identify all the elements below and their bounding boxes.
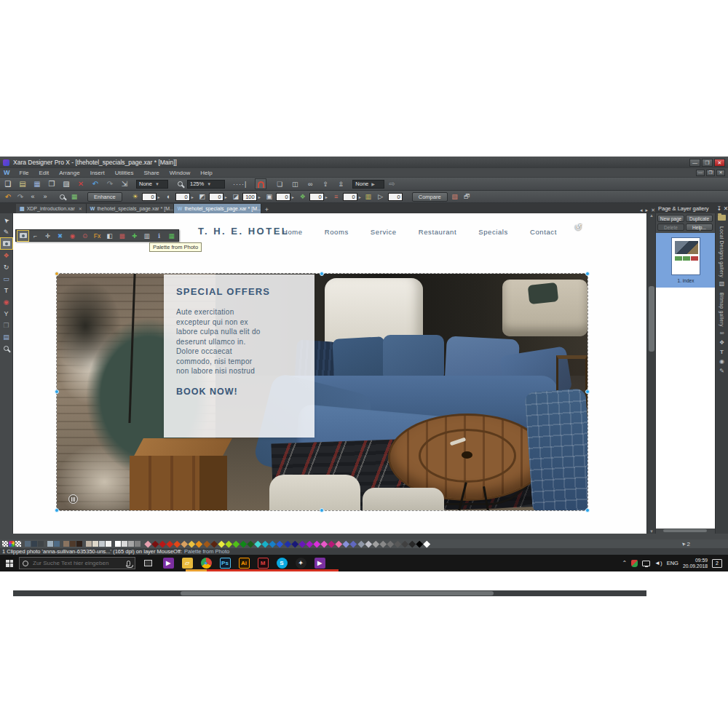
zoom-tool[interactable] (1, 343, 12, 354)
color-swatch[interactable] (189, 540, 195, 547)
fonts-gallery-icon[interactable]: T (720, 349, 724, 358)
color-swatch[interactable] (262, 540, 269, 547)
color-swatch[interactable] (424, 540, 430, 547)
book-now-link[interactable]: BOOK NOW! (176, 387, 314, 397)
doc-close-button[interactable]: ✕ (716, 170, 725, 176)
contrast-value-field[interactable]: 0 (175, 193, 190, 201)
start-button[interactable] (0, 555, 19, 571)
panel-close-icon[interactable]: ✕ (724, 205, 728, 212)
color-swatch[interactable] (70, 541, 76, 547)
redo-icon[interactable]: ↷ (105, 179, 115, 189)
color-swatch[interactable] (128, 541, 134, 547)
close-button[interactable]: ✕ (714, 159, 725, 167)
nav-rooms[interactable]: Rooms (325, 228, 349, 236)
volume-icon[interactable]: ◄) (654, 560, 662, 566)
panel-scroll-thumb[interactable] (663, 529, 707, 532)
canvas[interactable]: T. H. E. HOTEL HomeRoomsServiceRestauran… (13, 213, 646, 534)
nav-restaurant[interactable]: Restaurant (419, 228, 456, 236)
color-swatch[interactable] (210, 540, 217, 547)
duplicate-button[interactable]: Duplicate (686, 215, 713, 222)
clipart-gallery-icon[interactable]: ✎ (719, 368, 724, 377)
text-tool[interactable]: T (1, 285, 12, 296)
zoom-level-dropdown[interactable]: 125%▼ (187, 180, 225, 189)
highlights-spinner-icon[interactable]: ▸ (258, 194, 261, 199)
selection-handle[interactable] (585, 508, 590, 513)
clock[interactable]: 09:59 20.09.2018 (683, 558, 708, 569)
blur-value-field[interactable]: 0 (388, 193, 403, 201)
undo-icon[interactable]: ↶ (90, 179, 100, 189)
shadows-value-field[interactable]: 0 (209, 193, 223, 201)
vertical-scroll-thumb[interactable] (649, 286, 654, 352)
task-view-button[interactable] (140, 555, 156, 571)
save-icon[interactable]: ▦ (32, 179, 42, 189)
color-swatch[interactable] (99, 541, 105, 547)
nav-specials[interactable]: Specials (478, 228, 508, 236)
title-bar[interactable]: Xara Designer Pro X - [thehotel_specials… (0, 157, 728, 168)
color-swatch[interactable] (306, 540, 313, 547)
color-swatch[interactable] (277, 540, 283, 547)
delete-icon[interactable]: ✕ (76, 179, 86, 189)
color-swatch[interactable] (54, 541, 60, 547)
restore-button[interactable]: ❐ (702, 159, 713, 167)
network-icon[interactable] (642, 561, 650, 566)
temperature-spinner-icon[interactable]: ▸ (359, 194, 361, 199)
menu-window[interactable]: Window (165, 170, 195, 176)
color-swatch[interactable] (255, 540, 261, 547)
selection-handle[interactable] (320, 508, 324, 513)
color-swatch[interactable] (321, 540, 328, 547)
color-swatch[interactable] (181, 540, 188, 547)
page-selected-row[interactable]: 1. index (656, 233, 716, 288)
new-tab-button[interactable]: + (261, 206, 272, 213)
brightness-spinner-icon[interactable]: ▸ (158, 194, 160, 199)
color-swatch[interactable] (47, 541, 53, 547)
photo-tool[interactable] (17, 231, 28, 241)
red-eye-tool[interactable]: ◉ (67, 231, 78, 241)
snap-to-objects-icon[interactable] (255, 178, 266, 189)
selection-handle[interactable] (55, 389, 59, 394)
help--button[interactable]: Help... (686, 223, 713, 231)
color-swatch[interactable] (122, 541, 127, 547)
menu-file[interactable]: File (15, 170, 34, 176)
taskbar-app-xara-designer[interactable]: ▶ (159, 555, 178, 571)
temperature-value-field[interactable]: 0 (343, 193, 357, 201)
color-swatch[interactable] (225, 540, 232, 547)
color-swatch[interactable] (248, 540, 254, 547)
preview-window-icon[interactable]: ❏ (274, 179, 285, 189)
color-swatch[interactable] (31, 541, 37, 547)
previous-page-icon[interactable]: « (28, 191, 38, 202)
offer-box[interactable]: SPECIAL OFFERS Aute exercitationexcepteu… (164, 274, 314, 438)
color-swatch[interactable] (167, 540, 173, 547)
taskbar-search[interactable] (19, 557, 135, 569)
color-swatch[interactable] (291, 540, 298, 547)
export-web-icon[interactable]: ⇫ (336, 179, 346, 189)
color-swatch[interactable] (240, 540, 247, 547)
nav-contact[interactable]: Contact (530, 228, 557, 236)
animation-dropdown[interactable]: None▶ (352, 180, 384, 189)
color-swatch[interactable] (86, 541, 92, 547)
color-swatch[interactable] (269, 540, 276, 547)
open-file-icon[interactable]: ▤ (17, 179, 28, 189)
zoom-photo-icon[interactable] (57, 191, 67, 202)
color-swatch[interactable] (350, 540, 357, 547)
color-swatch[interactable] (416, 540, 423, 547)
selection-handle[interactable] (585, 389, 590, 394)
saturation-value-field[interactable]: 0 (309, 193, 324, 201)
enhance-button[interactable]: Enhance (87, 192, 122, 202)
palette-from-photo[interactable]: ▦ (166, 231, 177, 241)
selection-handle[interactable] (585, 272, 590, 276)
fill-gallery-icon[interactable]: ◉ (719, 358, 724, 368)
color-swatch[interactable] (152, 540, 159, 547)
search-input[interactable] (31, 559, 124, 567)
rectangle-tool[interactable]: ▭ (1, 273, 12, 284)
zoom-tool-icon[interactable] (175, 179, 185, 189)
nav-service[interactable]: Service (371, 228, 397, 236)
photo-effects[interactable]: Fx (92, 231, 103, 241)
color-swatch[interactable] (365, 540, 371, 547)
bitmap-gallery-icon[interactable]: ▧ (719, 280, 725, 290)
link-gallery-icon[interactable]: ∞ (720, 330, 724, 339)
original-photo-icon[interactable]: ▧ (450, 191, 460, 202)
menu-edit[interactable]: Edit (33, 170, 54, 176)
color-swatch[interactable] (343, 540, 349, 547)
highlights-value-field[interactable]: 100 (242, 193, 257, 201)
horizontal-scrollbar[interactable] (13, 590, 646, 596)
